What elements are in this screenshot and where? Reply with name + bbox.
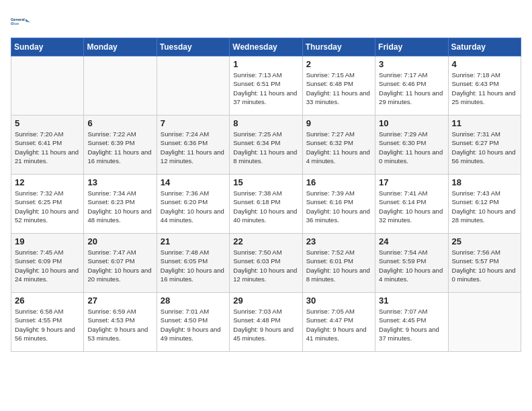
day-number: 10 [379,118,444,128]
day-number: 24 [379,236,444,246]
day-number: 22 [233,236,298,246]
day-number: 4 [452,59,517,69]
day-detail: Sunrise: 7:22 AM Sunset: 6:39 PM Dayligh… [87,130,152,165]
calendar-cell: 17Sunrise: 7:41 AM Sunset: 6:14 PM Dayli… [375,175,448,234]
calendar-cell: 11Sunrise: 7:31 AM Sunset: 6:27 PM Dayli… [448,116,521,175]
calendar-cell: 29Sunrise: 7:03 AM Sunset: 4:48 PM Dayli… [230,293,302,352]
calendar-cell: 6Sunrise: 7:22 AM Sunset: 6:39 PM Daylig… [84,116,157,175]
calendar-cell: 28Sunrise: 7:01 AM Sunset: 4:50 PM Dayli… [157,293,229,352]
day-number: 9 [306,118,371,128]
day-detail: Sunrise: 7:32 AM Sunset: 6:25 PM Dayligh… [15,189,80,224]
day-number: 13 [87,177,152,187]
day-number: 2 [306,59,371,69]
calendar-cell: 3Sunrise: 7:17 AM Sunset: 6:46 PM Daylig… [375,56,448,116]
day-detail: Sunrise: 7:47 AM Sunset: 6:07 PM Dayligh… [87,248,152,283]
day-number: 16 [306,177,371,187]
day-number: 5 [15,118,80,128]
day-header: Monday [84,38,157,56]
calendar-cell: 23Sunrise: 7:52 AM Sunset: 6:01 PM Dayli… [302,234,375,293]
day-number: 20 [87,236,152,246]
day-detail: Sunrise: 7:18 AM Sunset: 6:43 PM Dayligh… [452,71,517,106]
svg-text:General: General [11,17,25,21]
calendar-cell: 18Sunrise: 7:43 AM Sunset: 6:12 PM Dayli… [448,175,521,234]
calendar-cell: 4Sunrise: 7:18 AM Sunset: 6:43 PM Daylig… [448,56,521,116]
day-number: 27 [87,295,152,306]
day-detail: Sunrise: 7:29 AM Sunset: 6:30 PM Dayligh… [379,130,444,165]
day-detail: Sunrise: 6:59 AM Sunset: 4:53 PM Dayligh… [87,307,152,342]
day-number: 31 [379,295,444,306]
day-header: Tuesday [157,38,229,56]
day-header: Saturday [448,38,521,56]
calendar-row: 26Sunrise: 6:58 AM Sunset: 4:55 PM Dayli… [11,293,521,352]
day-number: 12 [15,177,80,187]
day-number: 25 [452,236,517,246]
day-number: 17 [379,177,444,187]
day-number: 14 [161,177,226,187]
day-header: Thursday [302,38,375,56]
day-detail: Sunrise: 7:17 AM Sunset: 6:46 PM Dayligh… [379,71,444,106]
calendar-cell [448,293,521,352]
day-detail: Sunrise: 7:05 AM Sunset: 4:47 PM Dayligh… [306,307,371,342]
calendar-cell: 12Sunrise: 7:32 AM Sunset: 6:25 PM Dayli… [11,175,84,234]
day-number: 26 [15,295,80,306]
day-detail: Sunrise: 7:34 AM Sunset: 6:23 PM Dayligh… [87,189,152,224]
calendar-row: 19Sunrise: 7:45 AM Sunset: 6:09 PM Dayli… [11,234,521,293]
calendar-cell: 1Sunrise: 7:13 AM Sunset: 6:51 PM Daylig… [230,56,302,116]
calendar-cell: 31Sunrise: 7:07 AM Sunset: 4:45 PM Dayli… [375,293,448,352]
day-detail: Sunrise: 7:31 AM Sunset: 6:27 PM Dayligh… [452,130,517,165]
calendar-cell: 20Sunrise: 7:47 AM Sunset: 6:07 PM Dayli… [84,234,157,293]
day-detail: Sunrise: 7:54 AM Sunset: 5:59 PM Dayligh… [379,248,444,283]
page-header: GeneralBlue [11,11,521,32]
calendar-cell: 21Sunrise: 7:48 AM Sunset: 6:05 PM Dayli… [157,234,229,293]
day-detail: Sunrise: 7:13 AM Sunset: 6:51 PM Dayligh… [233,71,298,106]
calendar-cell: 25Sunrise: 7:56 AM Sunset: 5:57 PM Dayli… [448,234,521,293]
calendar-table: SundayMondayTuesdayWednesdayThursdayFrid… [11,38,521,352]
day-detail: Sunrise: 7:48 AM Sunset: 6:05 PM Dayligh… [161,248,226,283]
calendar-cell: 2Sunrise: 7:15 AM Sunset: 6:48 PM Daylig… [302,56,375,116]
day-number: 18 [452,177,517,187]
calendar-cell: 9Sunrise: 7:27 AM Sunset: 6:32 PM Daylig… [302,116,375,175]
header-row: SundayMondayTuesdayWednesdayThursdayFrid… [11,38,521,56]
day-number: 28 [161,295,226,306]
calendar-cell [84,56,157,116]
calendar-cell: 27Sunrise: 6:59 AM Sunset: 4:53 PM Dayli… [84,293,157,352]
day-number: 30 [306,295,371,306]
day-detail: Sunrise: 7:52 AM Sunset: 6:01 PM Dayligh… [306,248,371,283]
logo: GeneralBlue [11,11,32,32]
svg-marker-2 [26,19,30,23]
logo-icon: GeneralBlue [11,11,32,32]
day-detail: Sunrise: 7:01 AM Sunset: 4:50 PM Dayligh… [161,307,226,342]
day-detail: Sunrise: 7:36 AM Sunset: 6:20 PM Dayligh… [161,189,226,224]
day-number: 23 [306,236,371,246]
day-number: 29 [233,295,298,306]
day-detail: Sunrise: 7:45 AM Sunset: 6:09 PM Dayligh… [15,248,80,283]
day-detail: Sunrise: 7:50 AM Sunset: 6:03 PM Dayligh… [233,248,298,283]
day-detail: Sunrise: 7:15 AM Sunset: 6:48 PM Dayligh… [306,71,371,106]
day-number: 1 [233,59,298,69]
day-detail: Sunrise: 7:56 AM Sunset: 5:57 PM Dayligh… [452,248,517,283]
calendar-cell: 16Sunrise: 7:39 AM Sunset: 6:16 PM Dayli… [302,175,375,234]
day-detail: Sunrise: 7:39 AM Sunset: 6:16 PM Dayligh… [306,189,371,224]
calendar-cell: 7Sunrise: 7:24 AM Sunset: 6:36 PM Daylig… [157,116,229,175]
calendar-cell: 24Sunrise: 7:54 AM Sunset: 5:59 PM Dayli… [375,234,448,293]
day-header: Sunday [11,38,84,56]
calendar-cell: 13Sunrise: 7:34 AM Sunset: 6:23 PM Dayli… [84,175,157,234]
day-number: 15 [233,177,298,187]
calendar-cell: 19Sunrise: 7:45 AM Sunset: 6:09 PM Dayli… [11,234,84,293]
day-number: 19 [15,236,80,246]
day-number: 3 [379,59,444,69]
day-header: Friday [375,38,448,56]
day-number: 8 [233,118,298,128]
day-detail: Sunrise: 7:27 AM Sunset: 6:32 PM Dayligh… [306,130,371,165]
calendar-cell [11,56,84,116]
day-detail: Sunrise: 7:24 AM Sunset: 6:36 PM Dayligh… [161,130,226,165]
calendar-cell: 5Sunrise: 7:20 AM Sunset: 6:41 PM Daylig… [11,116,84,175]
day-detail: Sunrise: 7:38 AM Sunset: 6:18 PM Dayligh… [233,189,298,224]
calendar-cell: 8Sunrise: 7:25 AM Sunset: 6:34 PM Daylig… [230,116,302,175]
calendar-cell: 10Sunrise: 7:29 AM Sunset: 6:30 PM Dayli… [375,116,448,175]
calendar-cell: 22Sunrise: 7:50 AM Sunset: 6:03 PM Dayli… [230,234,302,293]
day-detail: Sunrise: 7:41 AM Sunset: 6:14 PM Dayligh… [379,189,444,224]
svg-text:Blue: Blue [11,21,19,26]
calendar-cell: 14Sunrise: 7:36 AM Sunset: 6:20 PM Dayli… [157,175,229,234]
day-number: 11 [452,118,517,128]
